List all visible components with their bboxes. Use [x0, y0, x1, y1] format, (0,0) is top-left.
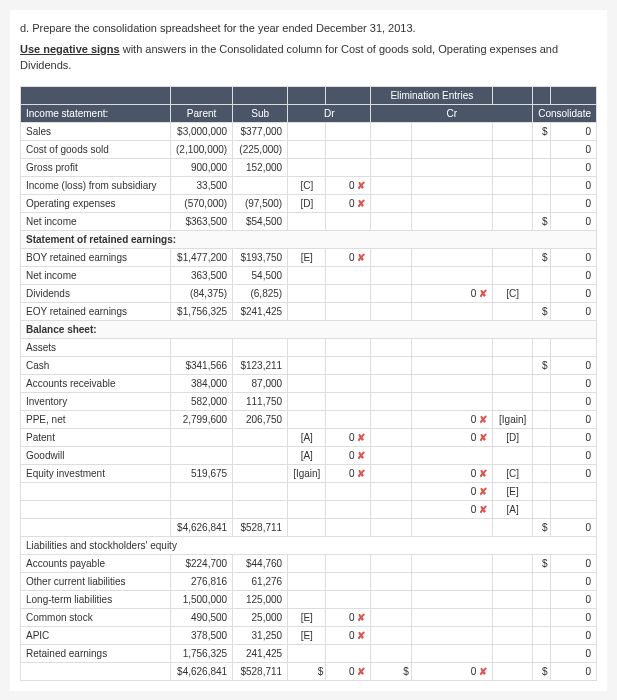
row-eqinv3: 0 ✘[A]	[21, 500, 597, 518]
wrong-icon: ✘	[479, 414, 487, 425]
wrong-icon: ✘	[357, 612, 365, 623]
instructions: d. Prepare the consolidation spreadsheet…	[20, 20, 597, 74]
row-div: Dividends(84,375)(6,825)0 ✘[C]0	[21, 284, 597, 302]
instruction-line-1: d. Prepare the consolidation spreadsheet…	[20, 20, 597, 37]
row-sales: Sales$3,000,000$377,000$0	[21, 122, 597, 140]
row-ocl: Other current liabilities276,81661,2760	[21, 572, 597, 590]
row-stmt-re: Statement of retained earnings:	[21, 230, 597, 248]
row-apic: APIC378,50031,250[E]0 ✘0	[21, 626, 597, 644]
row-cs: Common stock490,50025,000[E]0 ✘0	[21, 608, 597, 626]
row-assets: Assets	[21, 338, 597, 356]
instruction-emphasis: Use negative signs	[20, 43, 120, 55]
row-netinc: Net income$363,500$54,500$0	[21, 212, 597, 230]
row-ltl: Long-term liabilities1,500,000125,0000	[21, 590, 597, 608]
header-cr: Cr	[371, 104, 533, 122]
row-ppe: PPE, net2,799,600206,7500 ✘[Igain]0	[21, 410, 597, 428]
row-netinc2: Net income363,50054,5000	[21, 266, 597, 284]
header-consolidated: Consolidate	[533, 104, 597, 122]
row-total-le: $4,626,841$528,711$0 ✘$0 ✘$0	[21, 662, 597, 680]
row-eqinv: Equity investment519,675[Igain]0 ✘0 ✘[C]…	[21, 464, 597, 482]
wrong-icon: ✘	[357, 630, 365, 641]
row-liab: Liabilities and stockholders' equity	[21, 536, 597, 554]
row-eoy: EOY retained earnings$1,756,325$241,425$…	[21, 302, 597, 320]
worksheet-container: d. Prepare the consolidation spreadsheet…	[10, 10, 607, 691]
wrong-icon: ✘	[479, 468, 487, 479]
wrong-icon: ✘	[357, 198, 365, 209]
row-goodwill: Goodwill[A]0 ✘0	[21, 446, 597, 464]
wrong-icon: ✘	[357, 468, 365, 479]
row-patent: Patent[A]0 ✘0 ✘[D]0	[21, 428, 597, 446]
header-dr: Dr	[288, 104, 371, 122]
wrong-icon: ✘	[357, 180, 365, 191]
wrong-icon: ✘	[357, 432, 365, 443]
row-cogs: Cost of goods sold(2,100,000)(225,000)0	[21, 140, 597, 158]
header-income-stmt: Income statement:	[21, 104, 171, 122]
wrong-icon: ✘	[479, 486, 487, 497]
wrong-icon: ✘	[479, 666, 487, 677]
row-inv: Inventory582,000111,7500	[21, 392, 597, 410]
wrong-icon: ✘	[357, 666, 365, 677]
row-re: Retained earnings1,756,325241,4250	[21, 644, 597, 662]
row-bs: Balance sheet:	[21, 320, 597, 338]
row-gross: Gross profit900,000152,0000	[21, 158, 597, 176]
row-income-sub: Income (loss) from subsidiary33,500[C]0 …	[21, 176, 597, 194]
row-eqinv2: 0 ✘[E]	[21, 482, 597, 500]
wrong-icon: ✘	[479, 504, 487, 515]
header-parent: Parent	[171, 104, 233, 122]
row-boy: BOY retained earnings$1,477,200$193,750[…	[21, 248, 597, 266]
wrong-icon: ✘	[479, 432, 487, 443]
row-cash: Cash$341,566$123,211$0	[21, 356, 597, 374]
row-ap: Accounts payable$224,700$44,760$0	[21, 554, 597, 572]
row-ar: Accounts receivable384,00087,0000	[21, 374, 597, 392]
wrong-icon: ✘	[357, 450, 365, 461]
header-elim: Elimination Entries	[371, 86, 493, 104]
wrong-icon: ✘	[479, 288, 487, 299]
wrong-icon: ✘	[357, 252, 365, 263]
consolidation-table: Elimination Entries Income statement: Pa…	[20, 86, 597, 681]
instruction-line-2: Use negative signs with answers in the C…	[20, 41, 597, 74]
row-total-assets: $4,626,841$528,711$0	[21, 518, 597, 536]
row-opex: Operating expenses(570,000)(97,500)[D]0 …	[21, 194, 597, 212]
header-sub: Sub	[233, 104, 288, 122]
